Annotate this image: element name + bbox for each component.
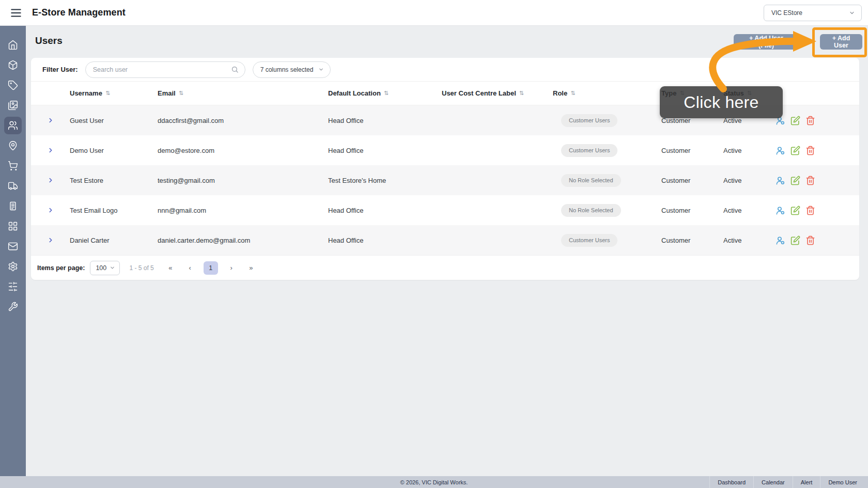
menu-icon[interactable] <box>7 4 25 22</box>
delete-button[interactable] <box>805 205 815 215</box>
trash-icon <box>805 176 815 185</box>
expand-row-button[interactable] <box>45 145 56 155</box>
table-row: Test Email Logo nnn@gmail.com Head Offic… <box>31 195 859 225</box>
role-badge: No Role Selected <box>561 204 621 217</box>
user-permissions-icon <box>776 235 785 245</box>
sidebar-item-modules[interactable] <box>4 217 22 235</box>
edit-button[interactable] <box>790 175 800 185</box>
sidebar-item-preferences[interactable] <box>4 278 22 295</box>
sidebar-item-orders[interactable] <box>4 157 22 175</box>
user-permissions-button[interactable] <box>775 145 785 155</box>
items-per-page-label: Items per page: <box>37 264 85 272</box>
sidebar-item-users[interactable] <box>4 117 22 134</box>
page-title: Users <box>35 35 63 46</box>
expand-row-button[interactable] <box>45 175 56 185</box>
edit-button[interactable] <box>790 115 800 125</box>
home-icon <box>8 40 18 50</box>
table-body: Guest User ddaccfirst@gmail.com Head Off… <box>31 105 859 255</box>
expand-row-button[interactable] <box>45 235 56 245</box>
chevron-down-icon <box>849 10 855 16</box>
add-user-button[interactable]: + Add User <box>820 34 862 50</box>
column-header-default-location[interactable]: Default Location⇅ <box>328 89 442 97</box>
add-user-file-button[interactable]: + Add User (File) <box>734 34 799 50</box>
status-cell: Active <box>723 207 775 214</box>
next-page-button[interactable]: › <box>225 261 238 275</box>
sidebar-item-settings[interactable] <box>4 258 22 275</box>
settings-icon <box>8 261 18 272</box>
type-cell: Customer <box>661 207 723 214</box>
table-row: Test Estore testing@gmail.com Test Estor… <box>31 165 859 195</box>
previous-page-button[interactable]: ‹ <box>184 261 196 275</box>
status-cell: Active <box>723 147 775 154</box>
mail-icon <box>8 241 18 251</box>
sidebar-item-media[interactable] <box>4 97 22 114</box>
user-permissions-button[interactable] <box>775 175 785 185</box>
edit-button[interactable] <box>790 235 800 245</box>
search-input[interactable] <box>93 66 231 73</box>
default-location-cell: Head Office <box>328 237 442 244</box>
package-icon <box>8 60 18 70</box>
sort-icon: ⇅ <box>384 90 389 97</box>
first-page-button[interactable]: « <box>164 261 177 275</box>
role-badge: No Role Selected <box>561 174 621 187</box>
user-permissions-button[interactable] <box>775 235 785 245</box>
column-header-role[interactable]: Role⇅ <box>553 89 661 97</box>
chevron-right-icon <box>47 147 54 154</box>
last-page-button[interactable]: » <box>245 261 257 275</box>
type-cell: Customer <box>661 177 723 184</box>
chevron-down-icon <box>318 67 324 72</box>
users-icon <box>8 120 18 131</box>
username-cell: Daniel Carter <box>70 237 158 244</box>
footer-link-calendar[interactable]: Calendar <box>753 476 793 488</box>
delete-button[interactable] <box>805 175 815 185</box>
chevron-right-icon <box>47 207 54 214</box>
trash-icon <box>805 146 815 155</box>
current-page-button[interactable]: 1 <box>204 261 218 275</box>
items-per-page-select[interactable]: 100 <box>90 261 120 275</box>
table-row: Daniel Carter daniel.carter.demo@gmail.c… <box>31 225 859 255</box>
sidebar-item-messages[interactable] <box>4 238 22 255</box>
sidebar <box>0 26 26 476</box>
expand-row-button[interactable] <box>45 115 56 125</box>
user-permissions-icon <box>776 176 785 185</box>
sidebar-item-tools[interactable] <box>4 298 22 316</box>
default-location-cell: Head Office <box>328 147 442 154</box>
column-header-email[interactable]: Email⇅ <box>158 89 328 97</box>
edit-button[interactable] <box>790 205 800 215</box>
chevron-right-icon <box>47 237 54 244</box>
column-header-username[interactable]: Username⇅ <box>70 89 158 97</box>
type-cell: Customer <box>661 147 723 154</box>
delete-button[interactable] <box>805 145 815 155</box>
email-cell: testing@gmail.com <box>158 177 328 184</box>
trash-icon <box>805 116 815 125</box>
columns-selector[interactable]: 7 columns selected <box>253 61 331 78</box>
sort-icon: ⇅ <box>179 90 183 97</box>
sidebar-item-delivery[interactable] <box>4 177 22 195</box>
sort-icon: ⇅ <box>519 90 524 97</box>
store-selector[interactable]: VIC EStore <box>764 5 862 21</box>
delete-button[interactable] <box>805 115 815 125</box>
pagination-nav: « ‹ 1 › » <box>164 261 257 275</box>
delete-button[interactable] <box>805 235 815 245</box>
footer-link-dashboard[interactable]: Dashboard <box>709 476 753 488</box>
top-bar: E-Store Management VIC EStore <box>0 0 868 26</box>
role-badge: Customer Users <box>561 114 617 127</box>
footer-link-demo-user[interactable]: Demo User <box>820 476 865 488</box>
tooltip-text: Click here <box>684 93 758 112</box>
footer-link-alert[interactable]: Alert <box>793 476 820 488</box>
column-header-user-cost-centre-label[interactable]: User Cost Centre Label⇅ <box>442 89 553 97</box>
sidebar-item-locations[interactable] <box>4 137 22 154</box>
sidebar-item-tags[interactable] <box>4 76 22 94</box>
sidebar-item-products[interactable] <box>4 56 22 74</box>
sidebar-item-home[interactable] <box>4 36 22 54</box>
expand-row-button[interactable] <box>45 205 56 215</box>
store-selector-value: VIC EStore <box>771 9 802 17</box>
username-cell: Guest User <box>70 117 158 124</box>
email-cell: ddaccfirst@gmail.com <box>158 117 328 124</box>
user-permissions-button[interactable] <box>775 205 785 215</box>
email-cell: daniel.carter.demo@gmail.com <box>158 237 328 244</box>
sort-icon: ⇅ <box>105 90 110 97</box>
sidebar-item-invoices[interactable] <box>4 197 22 215</box>
edit-button[interactable] <box>790 145 800 155</box>
page-header: Users + Add User (File) + Add User <box>26 26 868 58</box>
